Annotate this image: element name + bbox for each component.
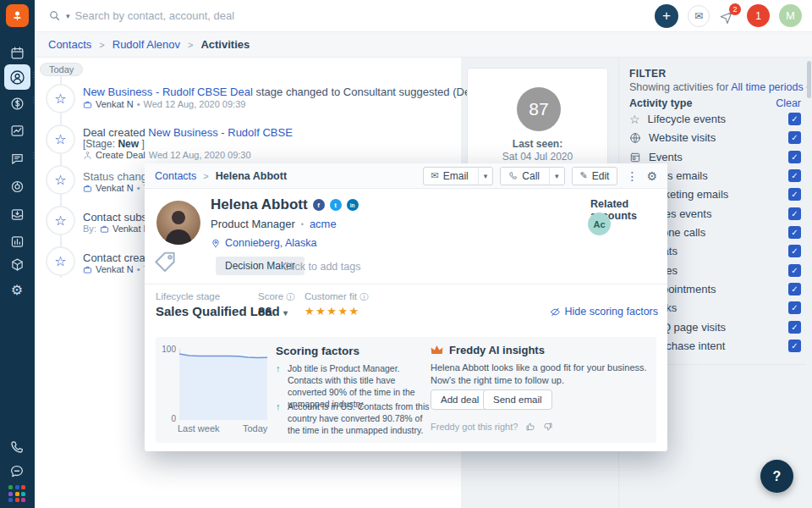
checkbox-checked[interactable]: ✓ (788, 321, 801, 334)
breadcrumb-contacts[interactable]: Contacts (48, 38, 91, 51)
caret-down-icon[interactable]: ▾ (478, 168, 493, 185)
caret-down-icon[interactable]: ▾ (549, 168, 564, 185)
envelope-icon: ✉ (431, 170, 439, 181)
contacts-nav-icon-active[interactable] (4, 64, 30, 90)
briefcase-icon (83, 184, 92, 193)
email-button[interactable]: ✉ Email ▾ (423, 167, 494, 185)
checkbox-checked[interactable]: ✓ (788, 283, 801, 295)
filter-period-prefix: Showing activities for (629, 81, 728, 93)
map-pin-icon (211, 238, 221, 248)
lifecycle-star-icon: ☆ (46, 165, 75, 195)
feed-entry-stage: [Stage: New ] (83, 138, 145, 150)
search-scope-caret-icon[interactable]: ▾ (66, 12, 70, 20)
checkbox-checked[interactable]: ✓ (788, 301, 801, 314)
call-button[interactable]: Call ▾ (500, 167, 564, 185)
settings-gear-nav-icon[interactable]: ⚙ (7, 279, 27, 300)
conversations-nav-icon[interactable] (7, 148, 27, 168)
add-tags-placeholder[interactable]: Click to add tags (283, 261, 360, 273)
lifecycle-star-icon: ☆ (46, 84, 75, 113)
deals-overflow-dots[interactable]: ⋮ (30, 98, 37, 102)
filter-period-row: Showing activities for All time periods … (629, 81, 810, 93)
arrow-up-icon: ↑ (276, 401, 281, 411)
location-text: Connieberg, Alaska (225, 237, 316, 249)
deal-link[interactable]: New Business - Rudolf CBSE Deal (83, 86, 253, 98)
freshworks-logo-icon[interactable] (6, 4, 29, 27)
kebab-menu-icon[interactable]: ⋮ (624, 169, 639, 183)
search-input[interactable] (75, 9, 431, 22)
y-axis-tick-max: 100 (161, 345, 176, 354)
checkbox-checked[interactable]: ✓ (788, 169, 801, 182)
search-icon[interactable] (48, 9, 61, 22)
envelope-icon: ✉ (694, 10, 703, 22)
contact-detail-modal: Contacts > Helena Abbott ✉ Email ▾ Call … (145, 163, 667, 451)
user-avatar[interactable]: M (779, 4, 802, 27)
info-icon[interactable]: ⓘ (286, 292, 294, 301)
announcements-button[interactable]: 2 (719, 7, 738, 25)
thumbs-up-icon[interactable] (525, 422, 535, 432)
analytics-nav-icon[interactable] (7, 120, 27, 141)
scoring-factor-item: Account is in US. Contacts from this cou… (288, 401, 430, 437)
info-icon[interactable]: ⓘ (359, 292, 368, 301)
reports-nav-icon[interactable] (7, 231, 27, 251)
calendar-nav-icon[interactable] (7, 42, 27, 63)
hide-scoring-factors-link[interactable]: Hide scoring factors (550, 306, 658, 318)
filter-row-lifecycle-events: ☆Lifecycle events✓ (629, 112, 812, 126)
scoring-factors-panel: 100 0 Last week Today Scoring factors ↑ … (156, 337, 656, 443)
checkbox-checked[interactable]: ✓ (788, 113, 801, 125)
send-email-button[interactable]: Send email (483, 389, 552, 410)
add-deal-button[interactable]: Add deal (431, 389, 489, 410)
quick-add-button[interactable]: + (655, 4, 678, 28)
checkbox-checked[interactable]: ✓ (788, 207, 801, 220)
checkbox-checked[interactable]: ✓ (788, 245, 801, 257)
package-nav-icon[interactable] (7, 254, 27, 274)
marketing-target-nav-icon[interactable] (7, 176, 27, 196)
globe-icon (629, 132, 641, 144)
inbox-nav-icon[interactable] (7, 204, 27, 224)
edit-button[interactable]: ✎ Edit (572, 167, 618, 185)
checkbox-checked[interactable]: ✓ (788, 264, 801, 277)
checkbox-checked[interactable]: ✓ (788, 188, 801, 201)
lifecycle-stage-label: Lifecycle stage (156, 291, 220, 301)
linkedin-icon[interactable]: in (347, 199, 359, 211)
briefcase-icon (83, 265, 92, 274)
notification-count-button[interactable]: 1 (747, 4, 770, 27)
contacts-overflow-dots[interactable]: ⋮ (30, 73, 37, 76)
deals-nav-icon[interactable] (7, 93, 27, 113)
conversations-overflow-dots[interactable]: ⋮ (30, 153, 37, 157)
vertical-scrollbar[interactable] (807, 61, 811, 98)
company-link[interactable]: acme (310, 218, 337, 230)
gear-icon[interactable]: ⚙ (646, 169, 657, 183)
filter-clear-link[interactable]: Clear (776, 97, 801, 109)
filter-period-dropdown[interactable]: All time periods (731, 81, 803, 93)
briefcase-icon (83, 100, 92, 109)
star-icon: ☆ (629, 113, 640, 126)
related-account-avatar[interactable]: Ac (588, 213, 611, 235)
tag-icon (152, 250, 178, 275)
breadcrumb-current-page: Activities (200, 38, 250, 51)
workflow-icon (83, 151, 92, 160)
breadcrumb-contact-name[interactable]: Rudolf Alenov (112, 38, 180, 51)
checkbox-checked[interactable]: ✓ (788, 151, 801, 163)
x-axis-tick-left: Last week (178, 423, 220, 433)
checkbox-checked[interactable]: ✓ (788, 226, 801, 239)
modal-breadcrumb-contacts[interactable]: Contacts (155, 170, 196, 182)
email-inbox-button[interactable]: ✉ (688, 5, 710, 27)
freddy-insight-text: Helena Abbott looks like a good fit for … (431, 362, 657, 387)
checkbox-checked[interactable]: ✓ (788, 340, 801, 352)
contact-photo (156, 201, 200, 245)
x-axis-tick-right: Today (243, 423, 267, 433)
phone-icon (508, 171, 518, 180)
app-switcher-icon[interactable] (8, 485, 26, 503)
checkbox-checked[interactable]: ✓ (788, 131, 801, 144)
thumbs-down-icon[interactable] (543, 422, 553, 432)
chat-support-icon[interactable] (7, 461, 27, 482)
pencil-icon: ✎ (580, 170, 588, 181)
modal-breadcrumb-name: Helena Abbott (216, 170, 287, 182)
phone-support-icon[interactable] (7, 437, 27, 457)
contact-location-row[interactable]: Connieberg, Alaska (211, 237, 316, 249)
deal-link[interactable]: New Business - Rudolf CBSE (148, 126, 293, 139)
facebook-icon[interactable]: f (313, 199, 325, 211)
filter-row-events: Events✓ (629, 150, 812, 164)
twitter-icon[interactable]: t (330, 199, 342, 211)
help-button[interactable]: ? (760, 460, 793, 493)
